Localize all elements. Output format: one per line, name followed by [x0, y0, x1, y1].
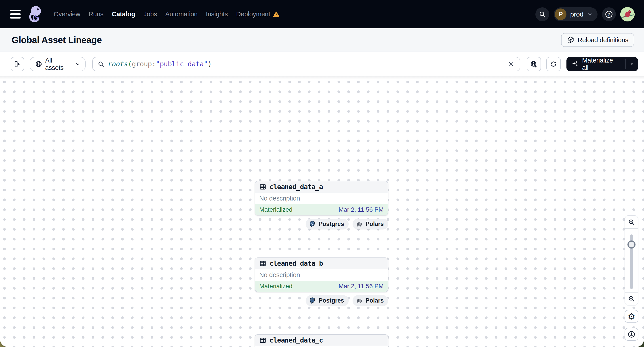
- tag-postgres[interactable]: Postgres: [306, 219, 348, 229]
- panel-expand-icon: [14, 60, 21, 68]
- tag-polars[interactable]: Polars: [352, 219, 388, 229]
- reload-definitions-button[interactable]: Reload definitions: [561, 33, 634, 47]
- help-button[interactable]: ?: [602, 7, 616, 21]
- svg-text:?: ?: [608, 11, 610, 16]
- nav-item-automation[interactable]: Automation: [165, 10, 198, 18]
- materialize-options-button[interactable]: [626, 57, 638, 71]
- lineage-main: cleaned_data_a No description Materializ…: [0, 76, 644, 347]
- page-header: Global Asset Lineage Reload definitions: [0, 28, 644, 52]
- asset-name: cleaned_data_c: [270, 336, 323, 344]
- nav-item-jobs[interactable]: Jobs: [144, 10, 157, 18]
- nav-item-overview[interactable]: Overview: [54, 10, 80, 18]
- tag-polars[interactable]: Polars: [352, 295, 388, 306]
- table-icon: [259, 260, 266, 267]
- search-icon: [98, 61, 104, 67]
- tag-postgres[interactable]: Postgres: [306, 295, 348, 306]
- asset-selection-input[interactable]: roots(group:"public_data"): [92, 57, 520, 71]
- asset-name: cleaned_data_a: [270, 183, 323, 191]
- postgres-icon: [308, 297, 316, 304]
- reload-definitions-label: Reload definitions: [578, 36, 628, 44]
- open-panel-button[interactable]: [11, 57, 24, 71]
- clear-query-button[interactable]: [506, 59, 516, 69]
- selection-query: roots(group:"public_data"): [108, 60, 212, 68]
- dagster-logo-icon[interactable]: [26, 4, 44, 25]
- zoom-out-icon: [628, 295, 635, 302]
- polars-icon: [356, 297, 363, 304]
- materialize-all-label: Materialize all: [582, 57, 621, 71]
- view-scope-button[interactable]: [527, 57, 541, 71]
- asset-description: No description: [255, 269, 388, 281]
- asset-tags-a: Postgres Polars: [306, 219, 388, 229]
- chevron-down-icon: [587, 11, 592, 17]
- nav-links: Overview Runs Catalog Jobs Automation In…: [54, 10, 280, 18]
- chevron-down-icon: [75, 62, 80, 66]
- materialization-timestamp[interactable]: Mar 2, 11:56 PM: [338, 283, 384, 290]
- deployment-switcher[interactable]: P prod: [554, 7, 598, 21]
- table-icon: [259, 337, 266, 344]
- asset-description: No description: [255, 192, 388, 204]
- page-title: Global Asset Lineage: [12, 35, 102, 45]
- warning-icon: [273, 11, 280, 17]
- materialization-timestamp[interactable]: Mar 2, 11:56 PM: [338, 206, 384, 213]
- refresh-icon: [550, 60, 557, 68]
- asset-name: cleaned_data_b: [270, 260, 323, 267]
- search-icon: [539, 11, 546, 18]
- refresh-button[interactable]: [546, 57, 561, 71]
- menu-icon[interactable]: [10, 10, 20, 18]
- postgres-icon: [308, 220, 316, 228]
- zoom-in-button[interactable]: [625, 216, 638, 229]
- nav-item-deployment[interactable]: Deployment: [236, 10, 280, 18]
- user-avatar[interactable]: [620, 7, 634, 21]
- nav-item-insights[interactable]: Insights: [206, 10, 228, 18]
- materialized-status: Materialized: [259, 206, 292, 213]
- globe-icon: [35, 60, 42, 68]
- gear-icon: ⚙: [628, 312, 635, 321]
- sparkles-icon: [572, 60, 579, 68]
- globe-plus-icon: [530, 60, 538, 68]
- search-button[interactable]: [536, 7, 549, 21]
- deployment-initial-badge: P: [555, 8, 566, 20]
- zoom-in-icon: [628, 219, 635, 226]
- graph-settings-button[interactable]: ⚙: [624, 310, 638, 323]
- navbar-right: P prod ?: [536, 7, 634, 21]
- top-navbar: Overview Runs Catalog Jobs Automation In…: [0, 0, 644, 28]
- download-circle-icon: [628, 330, 636, 338]
- asset-description: No description: [255, 346, 388, 347]
- lineage-canvas[interactable]: cleaned_data_a No description Materializ…: [0, 76, 644, 347]
- asset-scope-label: All assets: [45, 57, 72, 71]
- materialized-status: Materialized: [259, 283, 292, 290]
- table-icon: [259, 183, 266, 190]
- polars-icon: [356, 221, 363, 227]
- download-updates-button[interactable]: [624, 328, 638, 341]
- help-icon: ?: [605, 10, 613, 18]
- reload-cube-icon: [567, 36, 574, 44]
- nav-item-catalog[interactable]: Catalog: [112, 10, 135, 18]
- asset-node-cleaned-data-a[interactable]: cleaned_data_a No description Materializ…: [255, 181, 388, 216]
- zoom-slider-knob[interactable]: [628, 241, 636, 249]
- zoom-out-button[interactable]: [625, 292, 638, 305]
- asset-node-cleaned-data-c[interactable]: cleaned_data_c No description Materializ…: [255, 334, 388, 347]
- asset-node-cleaned-data-b[interactable]: cleaned_data_b No description Materializ…: [255, 258, 388, 292]
- lineage-toolbar: All assets roots(group:"public_data"): [0, 52, 644, 76]
- deployment-name: prod: [570, 10, 584, 18]
- asset-tags-b: Postgres Polars: [306, 295, 388, 306]
- zoom-controls: [624, 216, 638, 306]
- materialize-all-button[interactable]: Materialize all: [566, 57, 638, 71]
- asset-scope-dropdown[interactable]: All assets: [30, 57, 86, 71]
- nav-item-runs[interactable]: Runs: [88, 10, 104, 18]
